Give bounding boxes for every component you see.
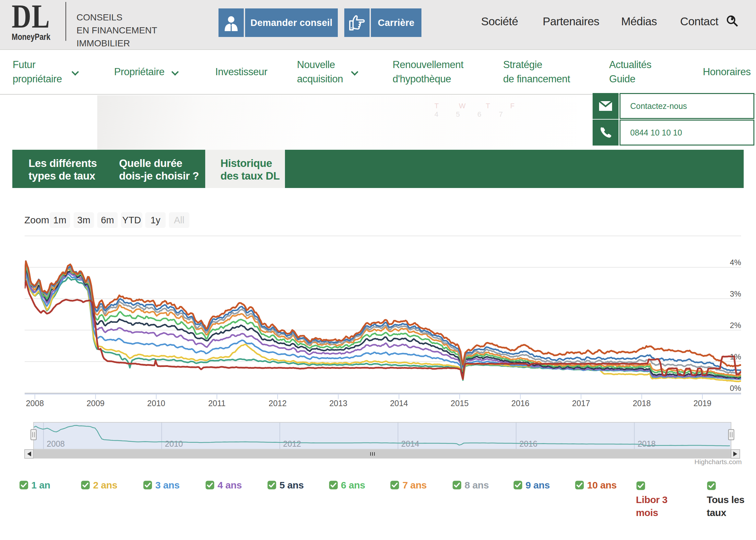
- svg-text:2013: 2013: [329, 399, 348, 408]
- svg-text:2009: 2009: [86, 399, 105, 408]
- svg-text:2017: 2017: [572, 399, 590, 408]
- svg-text:2018: 2018: [638, 439, 656, 448]
- svg-text:2012: 2012: [283, 439, 301, 448]
- svg-text:0%: 0%: [730, 384, 741, 392]
- svg-text:2016: 2016: [511, 399, 529, 408]
- svg-text:2012: 2012: [268, 399, 287, 408]
- svg-text:2008: 2008: [26, 399, 44, 408]
- svg-text:1%: 1%: [730, 352, 741, 361]
- svg-text:3%: 3%: [730, 289, 741, 298]
- svg-text:2014: 2014: [401, 439, 419, 448]
- svg-text:2010: 2010: [147, 399, 165, 408]
- svg-text:2016: 2016: [519, 439, 537, 448]
- svg-text:2015: 2015: [451, 399, 469, 408]
- svg-text:2008: 2008: [47, 439, 65, 448]
- svg-text:2%: 2%: [730, 321, 741, 330]
- svg-text:2014: 2014: [390, 399, 408, 408]
- svg-text:2019: 2019: [693, 399, 711, 408]
- svg-text:2010: 2010: [165, 439, 183, 448]
- svg-text:Highcharts.com: Highcharts.com: [694, 458, 742, 466]
- svg-text:2011: 2011: [208, 399, 226, 408]
- svg-text:2018: 2018: [633, 399, 651, 408]
- svg-text:4%: 4%: [730, 258, 741, 267]
